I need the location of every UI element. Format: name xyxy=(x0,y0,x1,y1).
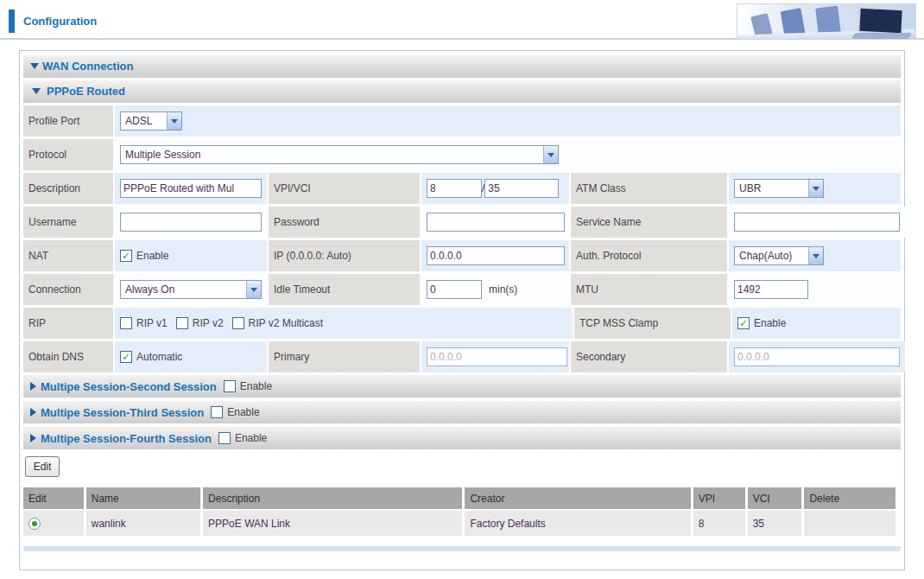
atm-class-label: ATM Class xyxy=(571,173,727,204)
wanlink-description: PPPoE WAN Link xyxy=(203,511,462,536)
section-fourth-session[interactable]: Multipe Session-Fourth Session Enable xyxy=(23,427,901,449)
row-nat: NAT Enable IP (0.0.0.0: Auto) Auth. Prot… xyxy=(23,240,901,271)
col-creator: Creator xyxy=(465,487,690,509)
table-header-row: Edit Name Description Creator VPI VCI De… xyxy=(23,487,896,509)
rip-v2-multicast-checkbox[interactable] xyxy=(232,317,244,329)
row-description: Description VPI/VCI / ATM Class UBR xyxy=(23,173,901,204)
third-session-enable-label: Enable xyxy=(227,406,259,418)
dns-automatic-label: Automatic xyxy=(136,351,182,363)
page-title: Configuration xyxy=(23,15,97,28)
expand-triangle-icon xyxy=(30,382,36,391)
section-pppoe-routed-label: PPPoE Routed xyxy=(47,85,125,98)
col-vpi: VPI xyxy=(693,487,745,509)
password-label: Password xyxy=(269,207,420,238)
vpi-vci-label: VPI/VCI xyxy=(269,173,420,204)
wan-config-panel: WAN Connection PPPoE Routed Profile Port… xyxy=(19,50,905,570)
fourth-session-title: Multipe Session-Fourth Session xyxy=(41,432,212,445)
section-wan-connection-label: WAN Connection xyxy=(42,60,133,73)
secondary-dns-label: Secondary xyxy=(571,341,727,372)
auth-protocol-value: Chap(Auto) xyxy=(735,250,796,262)
third-session-title: Multipe Session-Third Session xyxy=(41,406,204,419)
secondary-dns-input[interactable] xyxy=(734,347,900,366)
rip-v2-checkbox[interactable] xyxy=(176,317,188,329)
nat-enable-checkbox[interactable] xyxy=(120,250,132,262)
dns-automatic-checkbox[interactable] xyxy=(120,351,132,363)
ip-input[interactable] xyxy=(427,246,565,265)
vci-input[interactable] xyxy=(484,179,559,198)
collapse-triangle-icon xyxy=(32,88,41,94)
description-input[interactable] xyxy=(120,179,262,198)
service-name-input[interactable] xyxy=(734,213,900,232)
col-description: Description xyxy=(203,487,462,509)
chevron-down-icon[interactable] xyxy=(808,247,823,264)
wanlink-vpi: 8 xyxy=(693,511,745,536)
second-session-title: Multipe Session-Second Session xyxy=(41,380,217,393)
username-label: Username xyxy=(23,207,113,238)
chevron-down-icon[interactable] xyxy=(543,146,558,163)
expand-triangle-icon xyxy=(30,434,36,442)
chevron-down-icon[interactable] xyxy=(167,112,181,130)
page-header: Configuration xyxy=(0,0,924,40)
profile-port-label: Profile Port xyxy=(23,105,113,137)
table-row: wanlink PPPoE WAN Link Factory Defaults … xyxy=(23,511,896,536)
nat-label: NAT xyxy=(23,240,113,271)
auth-protocol-select[interactable]: Chap(Auto) xyxy=(734,246,824,265)
atm-class-select[interactable]: UBR xyxy=(734,179,824,198)
connection-label: Connection xyxy=(23,274,113,305)
primary-dns-input[interactable] xyxy=(427,347,567,366)
second-session-enable-label: Enable xyxy=(240,380,272,392)
title-accent-bar xyxy=(9,10,15,33)
protocol-label: Protocol xyxy=(23,139,113,170)
chevron-down-icon[interactable] xyxy=(246,281,261,298)
nat-enable-label: Enable xyxy=(136,250,168,262)
edit-button[interactable]: Edit xyxy=(25,456,60,477)
section-third-session[interactable]: Multipe Session-Third Session Enable xyxy=(23,401,901,423)
second-session-enable-checkbox[interactable] xyxy=(224,380,236,392)
col-edit: Edit xyxy=(23,487,84,509)
third-session-enable-checkbox[interactable] xyxy=(211,406,223,418)
row-profile-port: Profile Port ADSL xyxy=(23,105,901,137)
wanlink-delete xyxy=(804,511,896,536)
col-vci: VCI xyxy=(748,487,802,509)
mtu-input[interactable] xyxy=(734,280,808,299)
tcp-mss-clamp-enable-label: Enable xyxy=(754,317,786,329)
password-input[interactable] xyxy=(427,213,565,232)
rip-v2-label: RIP v2 xyxy=(193,317,224,329)
collapse-triangle-icon xyxy=(30,63,39,69)
protocol-select[interactable]: Multiple Session xyxy=(120,145,559,164)
obtain-dns-label: Obtain DNS xyxy=(23,341,113,372)
description-label: Description xyxy=(23,173,113,204)
wanlink-edit-radio[interactable] xyxy=(28,518,41,530)
connection-select[interactable]: Always On xyxy=(120,280,262,299)
chevron-down-icon[interactable] xyxy=(808,180,823,197)
vpi-input[interactable] xyxy=(427,179,482,198)
connection-value: Always On xyxy=(121,283,179,296)
rip-v1-checkbox[interactable] xyxy=(120,317,132,329)
auth-protocol-label: Auth. Protocol xyxy=(571,240,727,271)
mtu-label: MTU xyxy=(571,274,727,305)
fourth-session-enable-checkbox[interactable] xyxy=(218,432,231,444)
tcp-mss-clamp-checkbox[interactable] xyxy=(737,317,750,329)
profile-port-select[interactable]: ADSL xyxy=(120,111,182,130)
panel-footer-strip xyxy=(23,546,901,551)
row-connection: Connection Always On Idle Timeout min(s)… xyxy=(23,274,901,305)
idle-timeout-label: Idle Timeout xyxy=(269,274,420,305)
row-obtain-dns: Obtain DNS Automatic Primary Secondary xyxy=(23,341,901,372)
col-name: Name xyxy=(86,487,200,509)
protocol-value: Multiple Session xyxy=(121,149,205,161)
expand-triangle-icon xyxy=(30,408,36,417)
rip-label: RIP xyxy=(23,308,113,339)
fourth-session-enable-label: Enable xyxy=(235,432,267,444)
col-delete: Delete xyxy=(804,487,896,509)
row-protocol: Protocol Multiple Session xyxy=(23,139,901,170)
atm-class-value: UBR xyxy=(735,182,765,194)
section-wan-connection[interactable]: WAN Connection xyxy=(23,55,901,78)
section-second-session[interactable]: Multipe Session-Second Session Enable xyxy=(23,375,901,398)
ip-label: IP (0.0.0.0: Auto) xyxy=(269,240,420,271)
idle-timeout-unit: min(s) xyxy=(489,283,517,296)
wanlink-vci: 35 xyxy=(748,511,802,536)
section-pppoe-routed[interactable]: PPPoE Routed xyxy=(23,80,901,103)
laptop-base-shape xyxy=(851,33,912,39)
username-input[interactable] xyxy=(120,213,262,232)
idle-timeout-input[interactable] xyxy=(427,280,482,299)
